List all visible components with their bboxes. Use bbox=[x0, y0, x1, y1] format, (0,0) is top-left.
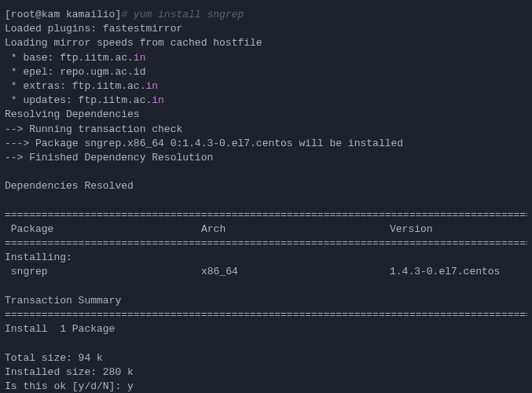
loading-mirror: Loading mirror speeds from cached hostfi… bbox=[5, 36, 527, 50]
total-size: Total size: 94 k bbox=[5, 351, 527, 365]
divider-mid: ========================================… bbox=[5, 237, 527, 251]
running-check: --> Running transaction check bbox=[5, 123, 527, 137]
blank-line bbox=[5, 280, 527, 294]
header-version: Version bbox=[390, 223, 433, 235]
install-count: Install 1 Package bbox=[5, 322, 527, 336]
mirror-extras: * extras: ftp.iitm.ac.in bbox=[5, 79, 527, 94]
loaded-plugins: Loaded plugins: fastestmirror bbox=[5, 22, 527, 36]
header-package: Package bbox=[5, 222, 201, 237]
blank-line bbox=[5, 336, 527, 351]
finished-dep: --> Finished Dependency Resolution bbox=[5, 151, 527, 165]
row-version: 1.4.3-0.el7.centos bbox=[390, 266, 500, 277]
mirror-epel: * epel: repo.ugm.ac.id bbox=[5, 65, 527, 79]
prompt-line: [root@kam kamailio]# yum install sngrep bbox=[5, 8, 527, 22]
divider-top: ========================================… bbox=[5, 208, 527, 222]
keyword-in: in bbox=[152, 94, 164, 106]
blank-line bbox=[5, 165, 527, 179]
header-arch: Arch bbox=[201, 222, 390, 237]
keyword-in: in bbox=[145, 80, 158, 92]
mirror-updates: * updates: ftp.iitm.ac.in bbox=[5, 94, 527, 108]
transaction-summary: Transaction Summary bbox=[5, 294, 527, 308]
prompt-command: yum install sngrep bbox=[127, 9, 244, 20]
prompt-hash: # bbox=[121, 9, 127, 20]
table-row: sngrepx86_641.4.3-0.el7.centos bbox=[5, 265, 527, 279]
row-arch: x86_64 bbox=[201, 265, 390, 279]
prompt-userhost: [root@kam kamailio] bbox=[5, 9, 121, 20]
divider-bottom: ========================================… bbox=[5, 308, 527, 322]
keyword-in: in bbox=[134, 52, 146, 64]
installing-label: Installing: bbox=[5, 251, 527, 265]
blank-line bbox=[5, 193, 527, 208]
deps-resolved: Dependencies Resolved bbox=[5, 179, 527, 193]
resolving-deps: Resolving Dependencies bbox=[5, 108, 527, 122]
mirror-base: * base: ftp.iitm.ac.in bbox=[5, 51, 527, 65]
pkg-install-line: ---> Package sngrep.x86_64 0:1.4.3-0.el7… bbox=[5, 137, 527, 151]
table-header: PackageArchVersion bbox=[5, 222, 527, 237]
confirm-prompt[interactable]: Is this ok [y/d/N]: y bbox=[5, 380, 527, 393]
installed-size: Installed size: 280 k bbox=[5, 365, 527, 380]
row-name: sngrep bbox=[5, 265, 201, 279]
